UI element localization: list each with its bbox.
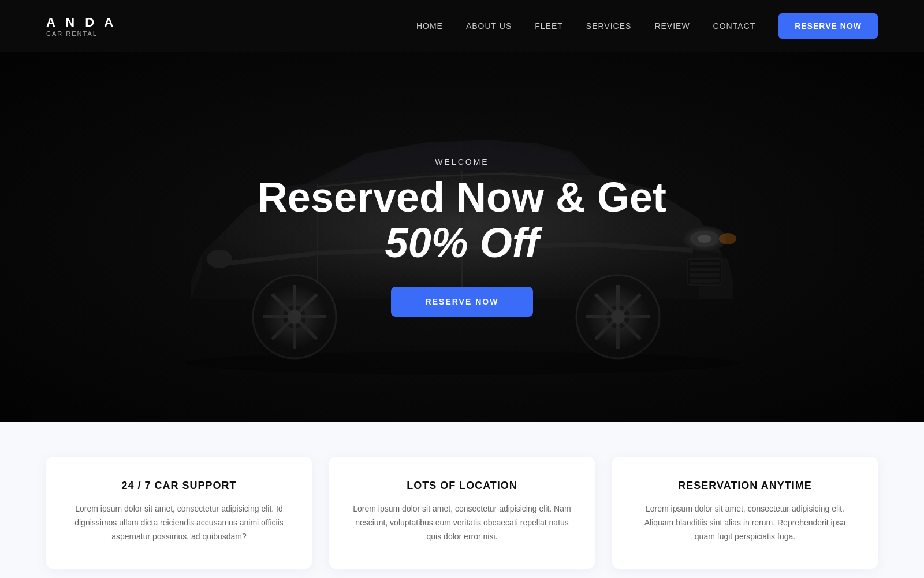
hero-content: WELCOME Reserved Now & Get 50% Off RESER… xyxy=(258,157,666,317)
feature-location-title: LOTS OF LOCATION xyxy=(352,480,572,492)
feature-card-location: LOTS OF LOCATION Lorem ipsum dolor sit a… xyxy=(329,457,595,569)
reserve-hero-button[interactable]: RESERVE NOW xyxy=(391,287,534,317)
feature-card-reservation: RESERVATION ANYTIME Lorem ipsum dolor si… xyxy=(612,457,878,569)
logo: A N D A CAR RENTAL xyxy=(46,15,117,37)
nav-services[interactable]: SERVICES xyxy=(586,21,632,31)
logo-title: A N D A xyxy=(46,15,117,30)
feature-support-title: 24 / 7 CAR SUPPORT xyxy=(69,480,289,492)
feature-location-desc: Lorem ipsum dolor sit amet, consectetur … xyxy=(352,502,572,543)
hero-welcome-text: WELCOME xyxy=(258,157,666,166)
reserve-nav-button[interactable]: RESERVE NOW xyxy=(778,13,878,39)
main-nav: HOME ABOUT US FLEET SERVICES REVIEW CONT… xyxy=(416,13,878,39)
feature-reservation-desc: Lorem ipsum dolor sit amet, consectetur … xyxy=(635,502,855,543)
feature-card-support: 24 / 7 CAR SUPPORT Lorem ipsum dolor sit… xyxy=(46,457,312,569)
nav-home[interactable]: HOME xyxy=(416,21,443,31)
logo-subtitle: CAR RENTAL xyxy=(46,30,117,37)
feature-reservation-title: RESERVATION ANYTIME xyxy=(635,480,855,492)
features-section: 24 / 7 CAR SUPPORT Lorem ipsum dolor sit… xyxy=(0,422,924,578)
hero-headline-line2: 50% Off xyxy=(258,220,666,266)
feature-support-desc: Lorem ipsum dolor sit amet, consectetur … xyxy=(69,502,289,543)
site-header: A N D A CAR RENTAL HOME ABOUT US FLEET S… xyxy=(0,0,924,52)
nav-about[interactable]: ABOUT US xyxy=(466,21,512,31)
hero-section: WELCOME Reserved Now & Get 50% Off RESER… xyxy=(0,52,924,422)
nav-contact[interactable]: CONTACT xyxy=(713,21,756,31)
hero-headline-line1: Reserved Now & Get xyxy=(258,174,666,220)
hero-headline: Reserved Now & Get 50% Off xyxy=(258,175,666,266)
nav-fleet[interactable]: FLEET xyxy=(535,21,563,31)
nav-review[interactable]: REVIEW xyxy=(654,21,690,31)
